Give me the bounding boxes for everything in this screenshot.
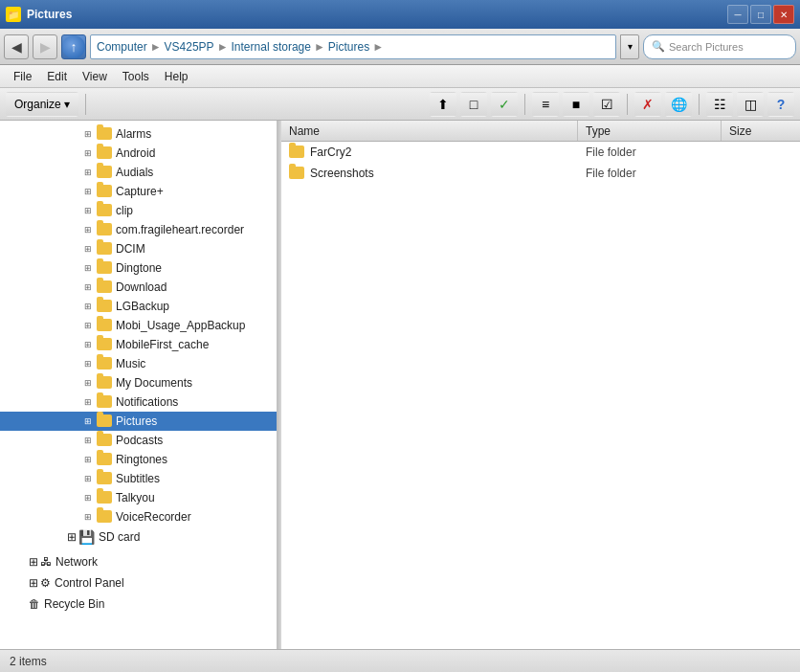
back-nav-icon[interactable]: ⬆ — [430, 92, 456, 117]
view-options-button[interactable]: ☷ — [706, 92, 733, 117]
expand-icon-clip: ⊞ — [81, 204, 95, 217]
checkmark-button[interactable]: ✓ — [491, 92, 518, 117]
sidebar-label-download: Download — [116, 280, 167, 294]
sidebar-item-network[interactable]: ⊞ 🖧 Network — [0, 551, 277, 572]
toolbar-separator4 — [699, 94, 700, 115]
menu-help[interactable]: Help — [157, 67, 196, 86]
sidebar-item-mydocs[interactable]: ⊞ My Documents — [0, 373, 277, 392]
sidebar-label-clip: clip — [116, 204, 133, 217]
sidebar-label-mydocs: My Documents — [116, 376, 192, 390]
sidebar-item-pictures[interactable]: ⊞ Pictures — [0, 412, 277, 431]
sidebar-item-mobilefirst[interactable]: ⊞ MobileFirst_cache — [0, 335, 277, 354]
folder-icon-audials — [97, 166, 112, 179]
sidebar-item-subtitles[interactable]: ⊞ Subtitles — [0, 469, 277, 488]
file-pane: Name Type Size FarCry2 File folder Scree… — [281, 121, 800, 649]
address-path[interactable]: Computer ► VS425PP ► Internal storage ► … — [90, 34, 616, 59]
folder-icon-comfragileheart — [97, 223, 112, 236]
window-title: Pictures — [27, 8, 72, 21]
window-controls: ─ □ ✕ — [727, 5, 794, 24]
sidebar-item-captureplus[interactable]: ⊞ Capture+ — [0, 182, 277, 201]
expand-icon-mobilefirst: ⊞ — [81, 338, 95, 351]
forward-button[interactable]: ▶ — [33, 34, 57, 59]
sidebar-label-alarms: Alarms — [116, 127, 151, 141]
sidebar-label-podcasts: Podcasts — [116, 434, 163, 447]
close-button[interactable]: ✕ — [773, 5, 794, 24]
recyclebin-icon: 🗑 — [29, 597, 40, 611]
folder-icon-music — [97, 357, 112, 370]
sidebar-item-talkyou[interactable]: ⊞ Talkyou — [0, 488, 277, 507]
toolbar: Organize ▾ ⬆ □ ✓ ≡ ■ ☑ ✗ 🌐 ☷ ◫ ? — [0, 88, 800, 121]
sidebar-label-lgbackup: LGBackup — [116, 300, 169, 313]
search-placeholder: Search Pictures — [669, 41, 744, 53]
sidebar-item-voicerecorder[interactable]: ⊞ VoiceRecorder — [0, 507, 277, 526]
file-item-screenshots[interactable]: Screenshots File folder — [281, 163, 800, 184]
status-text: 2 items — [10, 655, 47, 668]
sidebar-item-sdcard[interactable]: ⊞ 💾 SD card — [0, 526, 277, 548]
menu-tools[interactable]: Tools — [115, 67, 157, 86]
sidebar-item-music[interactable]: ⊞ Music — [0, 354, 277, 373]
folder-icon-talkyou — [97, 491, 112, 504]
folder-icon-screenshots — [289, 167, 304, 179]
folder-icon-alarms — [97, 127, 112, 141]
search-icon: 🔍 — [652, 40, 665, 53]
expand-icon-sdcard: ⊞ — [67, 530, 77, 544]
expand-icon-ringtones: ⊞ — [81, 453, 95, 466]
expand-icon-android: ⊞ — [81, 146, 95, 160]
sidebar-item-android[interactable]: ⊞ Android — [0, 144, 277, 163]
sidebar-label-music: Music — [116, 357, 145, 370]
up-button[interactable]: ↑ — [61, 34, 86, 59]
column-size[interactable]: Size — [722, 121, 800, 141]
delete-button[interactable]: ✗ — [634, 92, 661, 117]
folder-icon-podcasts — [97, 434, 112, 447]
folder-icon-mobilefirst — [97, 338, 112, 351]
sidebar-item-download[interactable]: ⊞ Download — [0, 278, 277, 297]
sidebar-item-alarms[interactable]: ⊞ Alarms — [0, 124, 277, 144]
sidebar-item-dcim[interactable]: ⊞ DCIM — [0, 239, 277, 258]
sidebar-item-audials[interactable]: ⊞ Audials — [0, 163, 277, 182]
organize-button[interactable]: Organize ▾ — [6, 92, 78, 117]
sidebar-item-mobiusage[interactable]: ⊞ Mobi_Usage_AppBackup — [0, 316, 277, 335]
main-area: ⊞ Alarms ⊞ Android ⊞ Audials ⊞ Capture+ … — [0, 121, 800, 649]
column-type[interactable]: Type — [578, 121, 722, 141]
checkbox-view-button[interactable]: ☑ — [593, 92, 620, 117]
sidebar-label-controlpanel: Control Panel — [55, 576, 124, 590]
details-view-button[interactable]: ≡ — [532, 92, 559, 117]
search-box[interactable]: 🔍 Search Pictures — [643, 34, 796, 59]
address-dropdown-button[interactable]: ▾ — [620, 34, 639, 59]
view-tiles-button[interactable]: □ — [460, 92, 487, 117]
folder-icon-dingtone — [97, 261, 112, 275]
help-button[interactable]: ? — [767, 92, 794, 117]
folder-icon-lgbackup — [97, 300, 112, 313]
controlpanel-icon: ⚙ — [40, 576, 51, 590]
expand-icon-alarms: ⊞ — [81, 127, 95, 141]
sidebar-label-ringtones: Ringtones — [116, 453, 167, 466]
file-type-farcry2: File folder — [578, 146, 722, 159]
expand-icon-audials: ⊞ — [81, 166, 95, 179]
pane-toggle-button[interactable]: ◫ — [737, 92, 764, 117]
file-item-farcry2[interactable]: FarCry2 File folder — [281, 142, 800, 163]
sidebar-item-comfragileheart[interactable]: ⊞ com.fragileheart.recorder — [0, 220, 277, 239]
sidebar-item-controlpanel[interactable]: ⊞ ⚙ Control Panel — [0, 572, 277, 594]
column-name[interactable]: Name — [281, 121, 578, 141]
file-list: FarCry2 File folder Screenshots File fol… — [281, 142, 800, 649]
sidebar-item-podcasts[interactable]: ⊞ Podcasts — [0, 431, 277, 450]
maximize-button[interactable]: □ — [750, 5, 771, 24]
menu-edit[interactable]: Edit — [39, 67, 75, 86]
expand-icon-music: ⊞ — [81, 357, 95, 370]
sidebar-item-recyclebin[interactable]: 🗑 Recycle Bin — [0, 594, 277, 615]
sidebar-item-clip[interactable]: ⊞ clip — [0, 201, 277, 220]
sidebar-item-dingtone[interactable]: ⊞ Dingtone — [0, 258, 277, 278]
sidebar-item-ringtones[interactable]: ⊞ Ringtones — [0, 450, 277, 469]
menu-view[interactable]: View — [75, 67, 115, 86]
sidebar-item-notifications[interactable]: ⊞ Notifications — [0, 392, 277, 412]
expand-icon-voicerecorder: ⊞ — [81, 510, 95, 524]
expand-icon-notifications: ⊞ — [81, 395, 95, 409]
internet-button[interactable]: 🌐 — [665, 92, 692, 117]
menu-file[interactable]: File — [6, 67, 39, 86]
minimize-button[interactable]: ─ — [727, 5, 748, 24]
sidebar: ⊞ Alarms ⊞ Android ⊞ Audials ⊞ Capture+ … — [0, 121, 278, 649]
sidebar-item-lgbackup[interactable]: ⊞ LGBackup — [0, 297, 277, 316]
folder-icon-subtitles — [97, 472, 112, 485]
back-button[interactable]: ◀ — [4, 34, 29, 59]
thumbnails-button[interactable]: ■ — [563, 92, 589, 117]
